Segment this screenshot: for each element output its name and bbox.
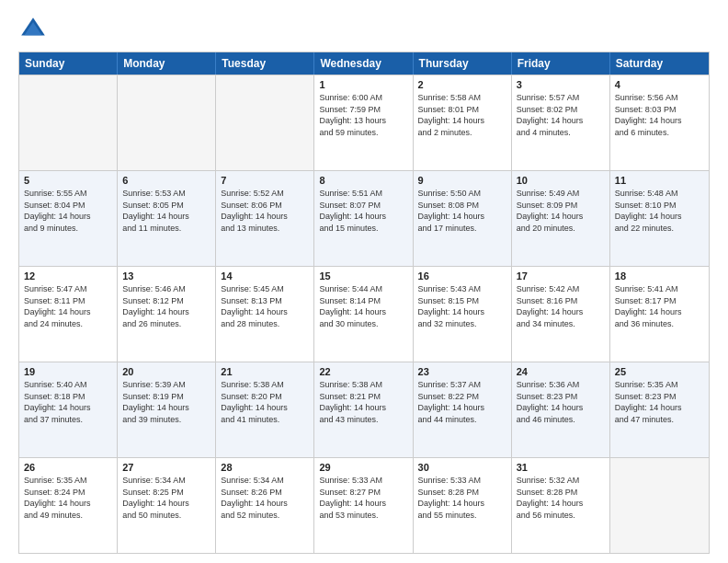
cell-text: Sunrise: 5:36 AM Sunset: 8:23 PM Dayligh…: [517, 379, 605, 425]
cell-text: Sunrise: 5:45 AM Sunset: 8:13 PM Dayligh…: [221, 283, 309, 329]
cell-text: Sunrise: 5:52 AM Sunset: 8:06 PM Dayligh…: [221, 188, 309, 234]
day-number: 19: [24, 366, 112, 377]
calendar-cell: [19, 75, 118, 170]
calendar-cell: 11Sunrise: 5:48 AM Sunset: 8:10 PM Dayli…: [610, 171, 709, 266]
calendar-cell: 30Sunrise: 5:33 AM Sunset: 8:28 PM Dayli…: [414, 458, 512, 553]
cell-text: Sunrise: 5:55 AM Sunset: 8:04 PM Dayligh…: [24, 188, 112, 234]
calendar-cell: [610, 458, 709, 553]
calendar-cell: 2Sunrise: 5:58 AM Sunset: 8:01 PM Daylig…: [414, 75, 512, 170]
calendar-cell: 9Sunrise: 5:50 AM Sunset: 8:08 PM Daylig…: [414, 171, 512, 266]
calendar-header-cell: Wednesday: [314, 52, 413, 75]
calendar-row: 5Sunrise: 5:55 AM Sunset: 8:04 PM Daylig…: [19, 170, 709, 266]
calendar-cell: [118, 75, 216, 170]
cell-text: Sunrise: 5:51 AM Sunset: 8:07 PM Dayligh…: [319, 188, 407, 234]
day-number: 9: [418, 175, 506, 186]
day-number: 26: [24, 462, 112, 473]
calendar-cell: 10Sunrise: 5:49 AM Sunset: 8:09 PM Dayli…: [512, 171, 610, 266]
calendar-cell: 22Sunrise: 5:38 AM Sunset: 8:21 PM Dayli…: [314, 362, 413, 457]
calendar-header-cell: Thursday: [414, 52, 512, 75]
calendar-cell: 18Sunrise: 5:41 AM Sunset: 8:17 PM Dayli…: [610, 267, 709, 362]
cell-text: Sunrise: 5:49 AM Sunset: 8:09 PM Dayligh…: [517, 188, 605, 234]
day-number: 23: [418, 366, 506, 377]
cell-text: Sunrise: 5:32 AM Sunset: 8:28 PM Dayligh…: [517, 475, 605, 521]
cell-text: Sunrise: 5:33 AM Sunset: 8:27 PM Dayligh…: [319, 475, 407, 521]
calendar-cell: 5Sunrise: 5:55 AM Sunset: 8:04 PM Daylig…: [19, 171, 118, 266]
day-number: 29: [319, 462, 407, 473]
day-number: 21: [221, 366, 309, 377]
calendar-cell: 31Sunrise: 5:32 AM Sunset: 8:28 PM Dayli…: [512, 458, 610, 553]
calendar-header-cell: Saturday: [610, 52, 709, 75]
calendar-header-cell: Tuesday: [216, 52, 314, 75]
cell-text: Sunrise: 5:46 AM Sunset: 8:12 PM Dayligh…: [122, 283, 210, 329]
day-number: 20: [122, 366, 210, 377]
day-number: 31: [517, 462, 605, 473]
calendar-cell: 29Sunrise: 5:33 AM Sunset: 8:27 PM Dayli…: [314, 458, 413, 553]
calendar: SundayMondayTuesdayWednesdayThursdayFrid…: [18, 52, 710, 554]
cell-text: Sunrise: 5:57 AM Sunset: 8:02 PM Dayligh…: [517, 92, 605, 138]
calendar-cell: 6Sunrise: 5:53 AM Sunset: 8:05 PM Daylig…: [118, 171, 216, 266]
cell-text: Sunrise: 5:43 AM Sunset: 8:15 PM Dayligh…: [418, 283, 506, 329]
cell-text: Sunrise: 5:35 AM Sunset: 8:23 PM Dayligh…: [615, 379, 704, 425]
calendar-cell: 25Sunrise: 5:35 AM Sunset: 8:23 PM Dayli…: [610, 362, 709, 457]
day-number: 27: [122, 462, 210, 473]
day-number: 14: [221, 270, 309, 282]
cell-text: Sunrise: 5:53 AM Sunset: 8:05 PM Dayligh…: [122, 188, 210, 234]
calendar-header-cell: Friday: [512, 52, 610, 75]
calendar-cell: 27Sunrise: 5:34 AM Sunset: 8:25 PM Dayli…: [118, 458, 216, 553]
header: [18, 15, 710, 44]
cell-text: Sunrise: 5:48 AM Sunset: 8:10 PM Dayligh…: [615, 188, 704, 234]
page: SundayMondayTuesdayWednesdayThursdayFrid…: [0, 0, 728, 563]
cell-text: Sunrise: 6:00 AM Sunset: 7:59 PM Dayligh…: [319, 92, 407, 138]
day-number: 18: [615, 270, 704, 282]
calendar-row: 1Sunrise: 6:00 AM Sunset: 7:59 PM Daylig…: [19, 75, 709, 170]
calendar-cell: 19Sunrise: 5:40 AM Sunset: 8:18 PM Dayli…: [19, 362, 118, 457]
cell-text: Sunrise: 5:39 AM Sunset: 8:19 PM Dayligh…: [122, 379, 210, 425]
cell-text: Sunrise: 5:35 AM Sunset: 8:24 PM Dayligh…: [24, 475, 112, 521]
calendar-cell: 7Sunrise: 5:52 AM Sunset: 8:06 PM Daylig…: [216, 171, 314, 266]
day-number: 28: [221, 462, 309, 473]
day-number: 25: [615, 366, 704, 377]
cell-text: Sunrise: 5:56 AM Sunset: 8:03 PM Dayligh…: [615, 92, 704, 138]
day-number: 16: [418, 270, 506, 282]
day-number: 3: [517, 79, 605, 90]
calendar-cell: 23Sunrise: 5:37 AM Sunset: 8:22 PM Dayli…: [414, 362, 512, 457]
calendar-row: 19Sunrise: 5:40 AM Sunset: 8:18 PM Dayli…: [19, 362, 709, 457]
calendar-cell: 15Sunrise: 5:44 AM Sunset: 8:14 PM Dayli…: [314, 267, 413, 362]
cell-text: Sunrise: 5:41 AM Sunset: 8:17 PM Dayligh…: [615, 283, 704, 329]
calendar-row: 12Sunrise: 5:47 AM Sunset: 8:11 PM Dayli…: [19, 266, 709, 362]
day-number: 5: [24, 175, 112, 186]
day-number: 8: [319, 175, 407, 186]
cell-text: Sunrise: 5:34 AM Sunset: 8:25 PM Dayligh…: [122, 475, 210, 521]
calendar-cell: 14Sunrise: 5:45 AM Sunset: 8:13 PM Dayli…: [216, 267, 314, 362]
calendar-cell: 28Sunrise: 5:34 AM Sunset: 8:26 PM Dayli…: [216, 458, 314, 553]
day-number: 7: [221, 175, 309, 186]
calendar-body: 1Sunrise: 6:00 AM Sunset: 7:59 PM Daylig…: [19, 75, 709, 553]
cell-text: Sunrise: 5:47 AM Sunset: 8:11 PM Dayligh…: [24, 283, 112, 329]
calendar-cell: 24Sunrise: 5:36 AM Sunset: 8:23 PM Dayli…: [512, 362, 610, 457]
calendar-cell: 12Sunrise: 5:47 AM Sunset: 8:11 PM Dayli…: [19, 267, 118, 362]
cell-text: Sunrise: 5:40 AM Sunset: 8:18 PM Dayligh…: [24, 379, 112, 425]
cell-text: Sunrise: 5:37 AM Sunset: 8:22 PM Dayligh…: [418, 379, 506, 425]
calendar-cell: [216, 75, 314, 170]
cell-text: Sunrise: 5:33 AM Sunset: 8:28 PM Dayligh…: [418, 475, 506, 521]
calendar-cell: 17Sunrise: 5:42 AM Sunset: 8:16 PM Dayli…: [512, 267, 610, 362]
day-number: 2: [418, 79, 506, 90]
calendar-cell: 26Sunrise: 5:35 AM Sunset: 8:24 PM Dayli…: [19, 458, 118, 553]
day-number: 17: [517, 270, 605, 282]
cell-text: Sunrise: 5:50 AM Sunset: 8:08 PM Dayligh…: [418, 188, 506, 234]
calendar-cell: 4Sunrise: 5:56 AM Sunset: 8:03 PM Daylig…: [610, 75, 709, 170]
calendar-row: 26Sunrise: 5:35 AM Sunset: 8:24 PM Dayli…: [19, 457, 709, 553]
calendar-header-cell: Sunday: [19, 52, 118, 75]
logo: [18, 15, 51, 44]
calendar-cell: 1Sunrise: 6:00 AM Sunset: 7:59 PM Daylig…: [314, 75, 413, 170]
cell-text: Sunrise: 5:38 AM Sunset: 8:20 PM Dayligh…: [221, 379, 309, 425]
cell-text: Sunrise: 5:58 AM Sunset: 8:01 PM Dayligh…: [418, 92, 506, 138]
calendar-cell: 13Sunrise: 5:46 AM Sunset: 8:12 PM Dayli…: [118, 267, 216, 362]
calendar-header-cell: Monday: [118, 52, 216, 75]
calendar-cell: 16Sunrise: 5:43 AM Sunset: 8:15 PM Dayli…: [414, 267, 512, 362]
cell-text: Sunrise: 5:44 AM Sunset: 8:14 PM Dayligh…: [319, 283, 407, 329]
calendar-cell: 21Sunrise: 5:38 AM Sunset: 8:20 PM Dayli…: [216, 362, 314, 457]
day-number: 13: [122, 270, 210, 282]
calendar-cell: 20Sunrise: 5:39 AM Sunset: 8:19 PM Dayli…: [118, 362, 216, 457]
day-number: 24: [517, 366, 605, 377]
